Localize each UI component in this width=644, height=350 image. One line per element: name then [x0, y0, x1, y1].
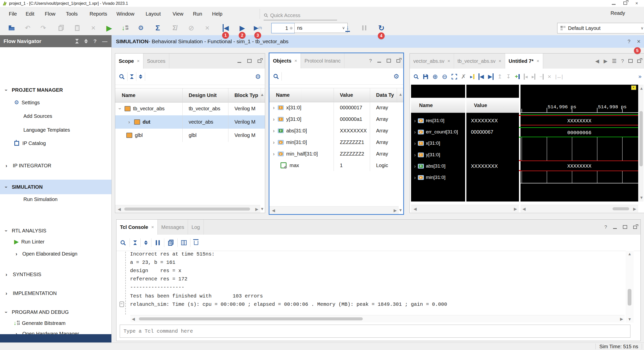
window-minimize-button[interactable] — [608, 1, 619, 6]
chevron-down-icon[interactable]: › — [117, 108, 123, 110]
time-unit-select[interactable]: ns ∨ — [294, 23, 348, 33]
search-icon[interactable] — [273, 73, 279, 79]
help-icon[interactable]: ? — [604, 224, 607, 230]
float-panel-icon[interactable] — [396, 58, 400, 64]
add-marker-icon[interactable]: + — [515, 73, 520, 80]
close-simulation-icon[interactable]: × — [637, 38, 640, 45]
col-value[interactable]: Value — [337, 88, 353, 102]
close-icon[interactable]: × — [294, 58, 297, 64]
tab-protocol-instances[interactable]: Protocol Instanc — [301, 53, 344, 68]
wave-signal-res[interactable]: › v res[31:0] — [414, 117, 445, 124]
sidebar-item-open-elaborated-design[interactable]: › Open Elaborated Design — [0, 249, 111, 259]
menu-view[interactable]: View — [173, 10, 183, 17]
zoom-in-icon[interactable]: ⊕ — [432, 73, 438, 81]
step-button[interactable]: ↓ — [342, 22, 353, 33]
collapse-all-icon[interactable] — [133, 240, 137, 245]
sidebar-item-rtl-analysis[interactable]: › RTL ANALYSIS — [0, 226, 111, 235]
chevron-right-icon[interactable]: › — [414, 118, 416, 124]
clear-time-icon[interactable]: ⊗ — [290, 26, 293, 30]
open-project-button[interactable] — [6, 22, 17, 33]
help-icon[interactable]: ? — [621, 58, 624, 64]
marker-prev-icon[interactable]: ◂ — [524, 74, 528, 80]
goto-cursor-icon[interactable]: ▸ — [470, 74, 474, 80]
redo-button[interactable]: ↷ — [38, 22, 49, 33]
sidebar-item-program-and-debug[interactable]: › PROGRAM AND DEBUG — [0, 307, 111, 317]
tab-messages[interactable]: Messages — [158, 220, 188, 235]
zoom-fit-icon[interactable] — [452, 74, 457, 79]
close-icon[interactable]: × — [137, 58, 140, 64]
disabled-elaborate-button[interactable]: ⊘ — [186, 22, 197, 33]
collapse-marker-icon[interactable] — [119, 302, 124, 307]
tab-tb-vector-abs-sv[interactable]: tb_vector_abs.sv× — [454, 54, 505, 69]
object-row-y[interactable]: › I y[31:0] 000000a1 Array — [269, 113, 403, 125]
report-sigma-button[interactable]: Σ — [152, 22, 163, 33]
scroll-down-icon[interactable]: ▼ — [398, 208, 403, 213]
minimize-panel-icon[interactable] — [377, 58, 381, 64]
swap-cursors-icon[interactable]: |↔| — [555, 74, 563, 80]
chevron-right-icon[interactable]: › — [414, 163, 416, 169]
sidebar-item-implementation[interactable]: › IMPLEMENTATION — [0, 288, 111, 298]
pause-output-icon[interactable] — [155, 240, 160, 245]
maximize-panel-icon[interactable] — [623, 224, 627, 230]
wave-marker-flag-icon[interactable]: ▸ — [631, 85, 636, 90]
copy-button[interactable] — [56, 22, 67, 33]
scope-row-glbl[interactable]: glbl glbl Verilog M — [115, 129, 265, 142]
disabled-close-sim-button[interactable]: × — [202, 22, 213, 33]
tab-scroll-left-icon[interactable]: ◀ — [595, 58, 599, 64]
scroll-down-icon[interactable]: ▼ — [260, 207, 264, 211]
scope-row-dut[interactable]: › dut vector_abs Verilog M — [115, 115, 265, 129]
object-row-min[interactable]: › v min[31:0] ZZZZZZZ1 Array — [269, 136, 403, 148]
object-row-x[interactable]: › I x[31:0] 00000017 Array — [269, 102, 403, 113]
tab-objects[interactable]: Objects× — [269, 53, 301, 68]
search-icon[interactable] — [120, 240, 126, 246]
zoom-out-icon[interactable]: ⊖ — [442, 73, 448, 81]
chevron-right-icon[interactable]: › — [414, 175, 416, 180]
gear-icon[interactable]: ⚙ — [255, 73, 265, 81]
previous-transition-icon[interactable]: ◀ — [478, 73, 484, 80]
close-icon[interactable]: × — [447, 58, 450, 64]
window-close-button[interactable]: × — [631, 1, 642, 6]
col-design-unit[interactable]: Design Unit — [186, 88, 217, 102]
menu-edit[interactable]: Edit — [26, 10, 34, 17]
chevron-right-icon[interactable]: › — [273, 116, 275, 122]
col-block-type[interactable]: Block Typ — [231, 88, 258, 102]
col-name[interactable]: Name — [119, 88, 135, 102]
next-transition-icon[interactable]: ▶ — [488, 73, 494, 80]
menu-window[interactable]: Window — [116, 10, 134, 17]
object-row-max[interactable]: max 1 Logic — [269, 160, 403, 171]
sidebar-item-generate-bitstream[interactable]: ↓0110 Generate Bitstream — [0, 318, 111, 328]
expand-all-icon[interactable] — [139, 74, 142, 79]
settings-gear-button[interactable]: ⚙ — [135, 22, 146, 33]
wave-names-hscrollbar[interactable]: ◀▶ — [411, 205, 519, 213]
help-icon[interactable]: ? — [93, 38, 97, 44]
menu-tools[interactable]: Tools — [66, 10, 78, 17]
program-device-button[interactable]: ↓0110 — [119, 22, 131, 33]
copy-icon[interactable] — [168, 240, 174, 246]
search-icon[interactable] — [413, 74, 419, 79]
sidebar-item-ip-catalog[interactable]: IP Catalog — [0, 138, 111, 148]
float-panel-icon[interactable] — [633, 224, 637, 230]
tcl-command-input[interactable] — [120, 325, 630, 338]
tab-vector-abs-sv[interactable]: vector_abs.sv× — [410, 54, 454, 69]
chevron-right-icon[interactable]: › — [414, 140, 416, 146]
move-up-icon[interactable]: ↥ — [498, 73, 502, 80]
sidebar-item-run-linter[interactable]: ▶ Run Linter — [0, 237, 111, 246]
wave-signal-x[interactable]: › I x[31:0] — [414, 139, 440, 147]
menu-reports[interactable]: Reports — [90, 10, 107, 17]
collapse-all-icon[interactable] — [130, 74, 134, 79]
run-flow-button[interactable]: ▶ — [104, 22, 115, 33]
col-name[interactable]: Name — [273, 88, 290, 102]
menu-file[interactable]: File — [9, 10, 17, 17]
menu-layout[interactable]: Layout — [146, 10, 161, 17]
cut-button[interactable]: × — [88, 22, 99, 33]
collapse-all-icon[interactable] — [75, 39, 79, 43]
chevron-right-icon[interactable]: › — [273, 128, 275, 134]
sidebar-item-simulation[interactable]: › SIMULATION — [0, 180, 111, 194]
minimize-panel-icon[interactable] — [613, 224, 617, 230]
wave-signal-abs[interactable]: › 0 abs[31:0] — [414, 162, 446, 170]
console-output[interactable]: Incorrect res at time 515ns: a = 23, b =… — [116, 251, 625, 291]
chevron-right-icon[interactable]: › — [414, 129, 416, 135]
col-data-type[interactable]: Data Ty — [373, 88, 394, 102]
maximize-panel-icon[interactable] — [628, 58, 633, 64]
trash-icon[interactable] — [194, 241, 198, 245]
